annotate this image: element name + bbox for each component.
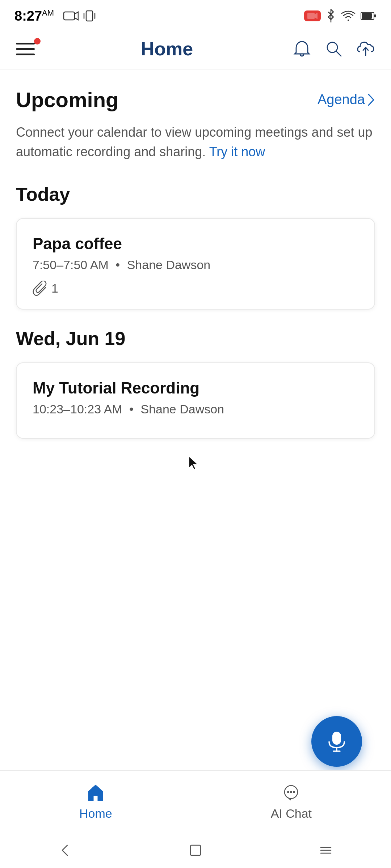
upload-button[interactable] [356, 39, 375, 58]
status-icons-left [63, 9, 96, 22]
navbar-icons [293, 39, 375, 58]
record-icon [304, 10, 321, 21]
svg-point-17 [293, 791, 295, 793]
agenda-link[interactable]: Agenda [318, 92, 375, 107]
android-back-button[interactable] [57, 842, 73, 858]
android-recents-button[interactable] [318, 842, 334, 858]
ai-chat-icon [281, 783, 301, 803]
svg-rect-0 [64, 12, 75, 20]
nav-tab-home[interactable]: Home [50, 779, 141, 824]
papa-coffee-meta: 7:50–7:50 AM • Shane Dawson [33, 258, 358, 272]
clip-icon: 1 [33, 281, 58, 296]
vibrate-icon [83, 9, 96, 22]
tutorial-recording-meta: 10:23–10:23 AM • Shane Dawson [33, 402, 358, 416]
android-home-button[interactable] [188, 842, 203, 858]
android-nav-bar [0, 832, 391, 868]
notifications-button[interactable] [293, 39, 311, 58]
bluetooth-icon [326, 9, 336, 23]
wed-title: Wed, Jun 19 [16, 328, 375, 349]
tutorial-recording-card[interactable]: My Tutorial Recording 10:23–10:23 AM • S… [16, 362, 375, 439]
nav-tab-ai-chat[interactable]: AI Chat [242, 779, 341, 824]
try-it-now-link[interactable]: Try it now [209, 144, 265, 159]
status-time: 8:27AM [14, 8, 54, 24]
ai-chat-tab-label: AI Chat [271, 807, 312, 821]
svg-rect-6 [362, 13, 372, 19]
svg-point-15 [287, 791, 289, 793]
home-icon [85, 783, 106, 803]
clip-count: 1 [51, 281, 58, 295]
wed-section: Wed, Jun 19 My Tutorial Recording 10:23–… [16, 328, 375, 439]
paperclip-icon [33, 281, 48, 296]
upcoming-title: Upcoming [16, 88, 119, 112]
page-title: Home [141, 38, 193, 60]
wifi-icon [341, 10, 356, 22]
svg-point-16 [290, 791, 292, 793]
record-fab-button[interactable] [311, 716, 362, 767]
svg-rect-18 [190, 845, 201, 855]
papa-coffee-title: Papa coffee [33, 235, 358, 253]
home-tab-label: Home [79, 807, 112, 821]
today-title: Today [16, 183, 375, 205]
battery-icon [361, 11, 377, 21]
status-icons-right [304, 9, 377, 23]
main-content: Upcoming Agenda Connect your calendar to… [0, 69, 391, 475]
menu-button[interactable] [16, 38, 41, 60]
papa-coffee-card[interactable]: Papa coffee 7:50–7:50 AM • Shane Dawson … [16, 218, 375, 310]
upcoming-header: Upcoming Agenda [16, 88, 375, 112]
svg-rect-11 [332, 732, 341, 745]
upcoming-description: Connect your calendar to view upcoming m… [16, 123, 375, 162]
papa-coffee-footer: 1 [33, 281, 358, 296]
tutorial-recording-title: My Tutorial Recording [33, 379, 358, 397]
navbar: Home [0, 29, 391, 69]
svg-rect-4 [307, 13, 315, 19]
upcoming-section: Upcoming Agenda Connect your calendar to… [16, 88, 375, 162]
today-section: Today Papa coffee 7:50–7:50 AM • Shane D… [16, 183, 375, 310]
svg-line-9 [336, 51, 341, 56]
status-bar: 8:27AM [0, 0, 391, 29]
menu-notification-badge [34, 38, 41, 44]
microphone-icon [324, 729, 349, 754]
chevron-right-icon [367, 93, 375, 107]
camera-icon [63, 10, 79, 21]
search-button[interactable] [324, 39, 343, 58]
bottom-nav: Home AI Chat [0, 770, 391, 832]
svg-rect-7 [374, 14, 376, 17]
svg-rect-1 [86, 11, 93, 21]
